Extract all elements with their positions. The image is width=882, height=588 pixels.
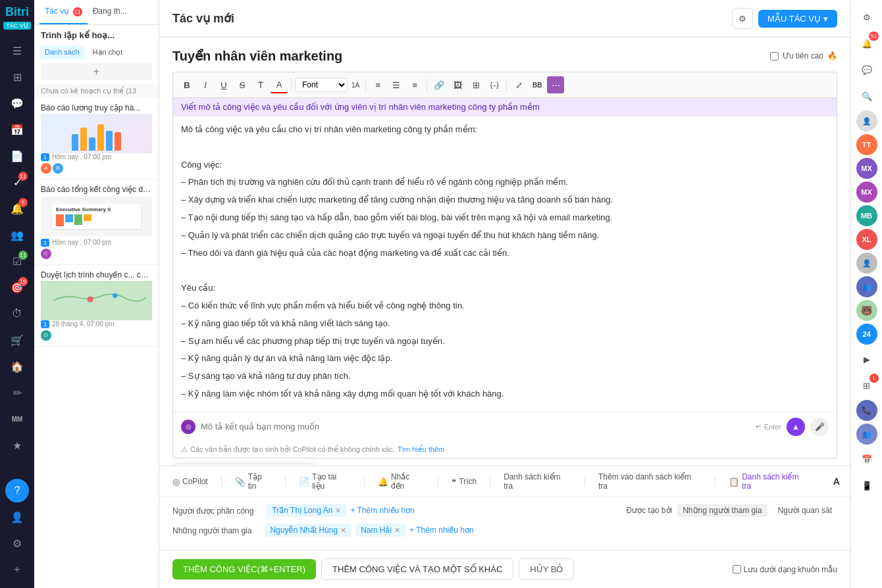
tab-ongoing[interactable]: Đang th... — [88, 0, 132, 24]
image-button[interactable]: 🖼 — [449, 76, 466, 93]
building-icon[interactable]: 🏠 — [5, 355, 29, 378]
file-icon[interactable]: 📄 — [5, 144, 29, 168]
add-assignee-btn[interactable]: + Thêm nhiều hơn — [350, 506, 415, 515]
strikethrough-button[interactable]: S — [234, 76, 251, 93]
mm-icon[interactable]: MM — [5, 407, 29, 431]
sub-tab-list[interactable]: Danh sách — [39, 45, 85, 59]
editor-content[interactable]: Mô tả công việc và yêu cầu cho vị trí nh… — [173, 116, 837, 412]
embed-button[interactable]: {–} — [486, 76, 503, 93]
chat-right-icon[interactable]: 💬 — [855, 58, 879, 82]
checklist-active-btn[interactable]: 📋 Danh sách kiểm tra — [726, 470, 812, 493]
expand-button[interactable]: ⤢ — [510, 76, 527, 93]
time-icon[interactable]: ⏱ — [5, 302, 29, 326]
cart-icon[interactable]: 🛒 — [5, 328, 29, 352]
underline-button[interactable]: U — [215, 76, 232, 93]
file-btn[interactable]: 📎 Tập tin — [232, 470, 275, 493]
avatar-mb[interactable]: MB — [856, 205, 877, 226]
settings-button[interactable]: ⚙ — [732, 8, 753, 29]
people-icon[interactable]: 👥 — [5, 223, 29, 247]
sub-tab-deadline[interactable]: Hạn chọt — [88, 45, 128, 59]
home-icon[interactable]: ⊞ — [5, 65, 29, 89]
list-ordered-button[interactable]: ≡ — [369, 76, 386, 93]
learn-more-link[interactable]: Tìm hiểu thêm — [398, 445, 444, 454]
bell-icon[interactable]: 🔔5 — [5, 197, 29, 220]
target-icon[interactable]: 🎯15 — [5, 276, 29, 299]
mention-btn[interactable]: 🔔 Nhắc đến — [375, 470, 427, 493]
save-template-checkbox[interactable] — [733, 565, 741, 574]
tab-task[interactable]: Tác vụ 11 — [39, 0, 88, 24]
avatar1[interactable]: 👤 — [856, 110, 877, 132]
help-icon[interactable]: ? — [5, 479, 29, 502]
mic-button[interactable]: 🎤 — [810, 418, 829, 436]
created-option-participants[interactable]: Những người tham gia — [677, 504, 767, 517]
create-doc-btn[interactable]: 📄 Tạo tài liệu — [296, 470, 353, 493]
avatar-group2[interactable]: 👥 — [856, 424, 877, 445]
add-task-btn[interactable]: + — [41, 63, 152, 80]
menu-icon[interactable]: ☰ — [5, 39, 29, 62]
editor-job5: – Theo dõi và đánh giá hiệu quả của các … — [181, 247, 829, 260]
send-button[interactable]: ▲ — [787, 418, 805, 436]
remove-assignee-1[interactable]: ✕ — [335, 506, 341, 515]
copilot-btn[interactable]: ◎ CoPilot — [170, 475, 211, 489]
align-button[interactable]: ≡ — [406, 76, 423, 93]
font-select[interactable]: Font — [295, 78, 348, 92]
chat-icon[interactable]: 💬 — [5, 91, 29, 115]
plus-icon[interactable]: + — [5, 558, 29, 581]
phone-right-icon[interactable]: 📱 — [855, 474, 879, 497]
avatar-24[interactable]: 24 — [856, 324, 877, 345]
check-icon[interactable]: ☑11 — [5, 249, 29, 273]
quote-btn[interactable]: ❝ Trích — [449, 475, 479, 489]
avatar-bear[interactable]: 🐻 — [856, 300, 877, 321]
priority-checkbox[interactable] — [770, 52, 779, 61]
save-template[interactable]: Lưu dưới dạng khuôn mẫu — [733, 565, 837, 574]
panel-thumb-2: Executive Summary S — [41, 197, 152, 236]
add-checklist-btn[interactable]: Thêm vào danh sách kiểm tra — [596, 470, 704, 493]
pencil-icon[interactable]: ✏ — [5, 381, 29, 404]
settings-right-icon[interactable]: ⚙ — [855, 5, 879, 29]
add-participant-btn[interactable]: + Thêm nhiều hơn — [409, 526, 474, 535]
tt-button[interactable]: T̈ — [252, 76, 269, 93]
search-right-icon[interactable]: 🔍 — [855, 84, 879, 108]
star-icon[interactable]: ★ — [5, 433, 29, 457]
font-size-button[interactable]: 1A — [349, 76, 362, 93]
add-task-other-button[interactable]: THÊM CÔNG VIỆC VÀ TẠO MỘT SỐ KHÁC — [321, 558, 513, 580]
bold-button[interactable]: B — [178, 76, 195, 93]
panel-item-1[interactable]: Báo cáo lương truy cập hà... 1 Hôm nay ,… — [34, 98, 159, 180]
created-option-observers[interactable]: Người quan sát — [773, 504, 837, 517]
settings-icon[interactable]: ⚙ — [5, 531, 29, 555]
table-button[interactable]: ⊞ — [467, 76, 484, 93]
prompt-input[interactable] — [201, 422, 750, 431]
avatar-xl[interactable]: XL — [856, 229, 877, 250]
bb-button[interactable]: BB — [529, 76, 546, 93]
more-button[interactable]: ⋯ — [547, 76, 564, 93]
calendar-icon[interactable]: 📅 — [5, 118, 29, 141]
checklist-btn[interactable]: Danh sách kiểm tra — [501, 470, 574, 493]
avatar-phone[interactable]: 📞 — [856, 400, 877, 421]
avatar-tt[interactable]: TT — [856, 134, 877, 155]
grid-right-icon[interactable]: ⊞ 1 — [855, 374, 879, 397]
remove-participant-2[interactable]: ✕ — [394, 526, 400, 535]
italic-button[interactable]: I — [197, 76, 214, 93]
avatar-mx2[interactable]: MX — [856, 182, 877, 203]
editor-req4: – Kỹ năng quản lý dự án và khả năng làm … — [181, 352, 829, 366]
list-unordered-button[interactable]: ☰ — [388, 76, 405, 93]
color-button[interactable]: A — [271, 76, 288, 93]
assignee-tag-1: Trần Thị Long An ✕ — [267, 504, 346, 517]
template-button[interactable]: MẪU TÁC VỤ ▾ — [758, 10, 837, 28]
add-task-button[interactable]: THÊM CÔNG VIỆC(⌘+ENTER) — [172, 559, 316, 579]
user-icon[interactable]: 👤 — [5, 505, 29, 529]
panel-item-3[interactable]: Duyệt lịch trình chuyến c... châu Âu 1 2… — [34, 265, 159, 347]
cancel-button[interactable]: HỦY BỎ — [519, 558, 574, 580]
panel-item-2[interactable]: Báo cáo tổng kết công việc doanh Quý 1 E… — [34, 180, 159, 265]
avatar-mx1[interactable]: MX — [856, 158, 877, 179]
avatar-user[interactable]: 👤 — [856, 253, 877, 274]
bell-right-icon[interactable]: 🔔 51 — [855, 32, 879, 55]
remove-participant-1[interactable]: ✕ — [340, 526, 346, 535]
page-title: Tác vụ mới — [172, 11, 234, 26]
link-button[interactable]: 🔗 — [430, 76, 448, 93]
avatar-group[interactable]: 👥 — [856, 276, 877, 297]
task-icon[interactable]: ✓11 — [5, 170, 29, 194]
panel-tabs: Tác vụ 11 Đang th... — [34, 0, 159, 25]
calendar-right-icon[interactable]: 📅 — [855, 447, 879, 471]
video-right-icon[interactable]: ▶ — [855, 347, 879, 371]
